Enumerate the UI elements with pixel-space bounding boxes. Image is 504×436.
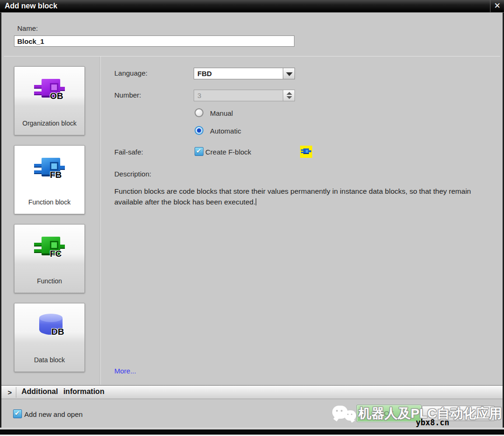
name-label: Name:: [17, 24, 38, 32]
automatic-radio-label: Automatic: [210, 127, 241, 135]
ob-abbr: OB: [50, 91, 63, 101]
manual-radio-label: Manual: [210, 109, 233, 117]
dialog-titlebar[interactable]: Add new block ✕: [0, 0, 504, 13]
fb-abbr: FB: [50, 170, 62, 180]
number-value: 3: [197, 91, 201, 99]
manual-radio[interactable]: [195, 108, 203, 117]
spinner-down-icon: [287, 96, 292, 99]
automatic-radio[interactable]: [195, 126, 203, 135]
additional-information-label: Additional information: [21, 387, 105, 396]
description-text: Function blocks are code blocks that sto…: [114, 186, 499, 207]
db-abbr: DB: [51, 327, 64, 337]
block-type-organization-block[interactable]: OB Organization block: [14, 66, 85, 135]
watermark-site: ybx8.cn: [416, 418, 449, 427]
add-new-and-open-checkbox[interactable]: [13, 409, 22, 418]
fb-label: Function block: [14, 198, 84, 206]
chevron-down-icon: [286, 72, 293, 76]
create-f-block-checkbox[interactable]: [195, 147, 203, 156]
add-new-and-open-label: Add new and open: [24, 410, 83, 418]
block-type-data-block[interactable]: DB Data block: [14, 303, 85, 372]
fc-label: Function: [14, 277, 84, 285]
fb-block-icon: FB: [34, 158, 65, 185]
description-label: Description:: [114, 170, 151, 178]
dialog-title: Add new block: [5, 0, 57, 12]
ob-label: Organization block: [14, 119, 84, 127]
number-label: Number:: [114, 91, 141, 99]
panel-divider: [100, 56, 101, 385]
additional-information-bar[interactable]: > Additional information: [0, 385, 504, 399]
close-button[interactable]: ✕: [490, 0, 504, 12]
f-block-icon: [300, 146, 312, 158]
db-cylinder-icon: DB: [37, 314, 64, 339]
number-input: 3: [194, 90, 283, 101]
block-type-function[interactable]: FC Function: [14, 224, 85, 293]
failsafe-label: Fail-safe:: [114, 148, 143, 156]
name-input[interactable]: [14, 35, 294, 47]
dialog-left-edge: [0, 13, 1, 429]
create-f-block-label: Create F-block: [205, 148, 251, 156]
close-icon: ✕: [494, 1, 500, 10]
add-new-block-dialog: Add new block ✕ Name: OB Organization bl…: [0, 0, 504, 436]
number-spinner[interactable]: [283, 90, 295, 101]
fc-block-icon: FC: [34, 237, 65, 264]
db-label: Data block: [14, 356, 84, 364]
block-type-function-block[interactable]: FB Function block: [14, 145, 85, 214]
fc-abbr: FC: [50, 249, 62, 259]
more-link[interactable]: More...: [114, 367, 136, 375]
language-dropdown-button[interactable]: [283, 68, 295, 79]
bottom-black-bar: [0, 429, 504, 435]
language-value: FBD: [197, 70, 212, 77]
text-cursor: [256, 198, 256, 205]
ob-block-icon: OB: [34, 79, 65, 106]
panel-top-border: [4, 56, 500, 56]
wechat-icon: [332, 404, 357, 424]
language-label: Language:: [114, 69, 147, 77]
language-select[interactable]: FBD: [194, 68, 283, 79]
expand-chevron-icon[interactable]: >: [4, 387, 16, 398]
spinner-up-icon: [287, 92, 292, 95]
